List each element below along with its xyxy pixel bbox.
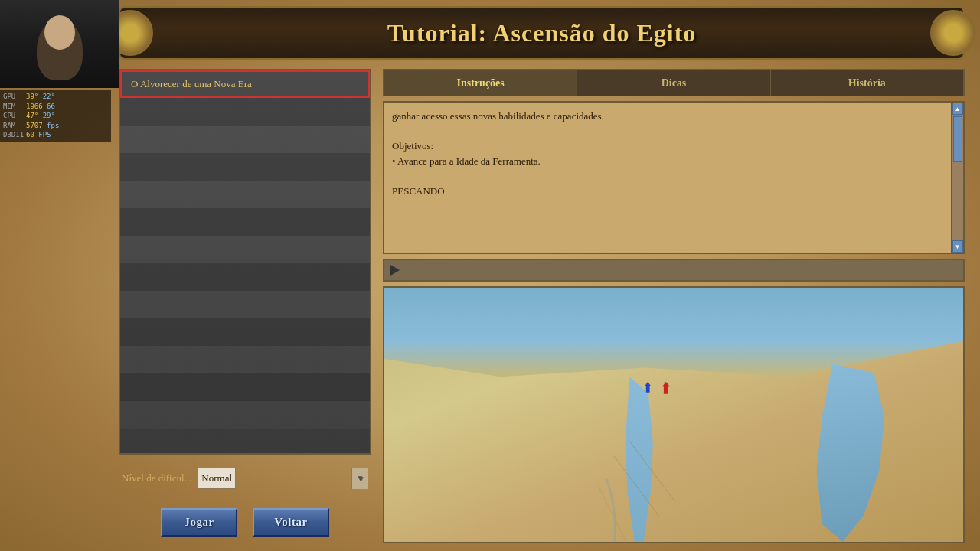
hud-label-cpu: CPU	[3, 111, 24, 121]
play-bar	[383, 259, 965, 282]
hud-label-gpu: GPU	[3, 92, 24, 102]
mission-item-label-3	[129, 133, 132, 145]
tab-historia[interactable]: História	[771, 70, 963, 96]
tab-instrucoes[interactable]: Instruções	[384, 70, 577, 96]
hud-row-cpu: CPU 47° 29°	[3, 111, 108, 121]
webcam-overlay	[0, 0, 119, 88]
content-line1: ganhar acesso essas novas habilidades e …	[392, 109, 943, 124]
tab-instrucoes-label: Instruções	[457, 77, 505, 90]
difficulty-label: Nível de dificul...	[122, 472, 191, 484]
dropdown-arrow-icon: ▼	[351, 468, 368, 489]
mission-list: O Alvorecer de uma Nova Era	[119, 69, 371, 455]
mission-item-13[interactable]	[120, 401, 370, 429]
hud-row-ram: RAM 5707 fps	[3, 121, 108, 131]
mission-item-label-5	[129, 188, 132, 201]
hud-label-mem: MEM	[3, 102, 24, 112]
mission-item-1[interactable]: O Alvorecer de uma Nova Era	[120, 70, 370, 98]
mission-item-label-9	[129, 298, 132, 311]
scrollbar: ▲ ▼	[951, 103, 963, 253]
mission-item-10[interactable]	[120, 318, 370, 346]
hud-val-cpu1: 47° 29°	[26, 111, 55, 121]
hud-stats: GPU 39° 22° MEM 1966 66 CPU 47° 29° RAM …	[0, 90, 111, 142]
tab-dicas[interactable]: Dicas	[577, 70, 770, 96]
mission-item-9[interactable]	[120, 291, 370, 318]
mission-item-label-13	[129, 409, 132, 421]
right-panel: Instruções Dicas História ganhar acesso …	[383, 69, 965, 543]
hud-row-mem: MEM 1966 66	[3, 102, 108, 112]
tabs-bar: Instruções Dicas História	[383, 69, 965, 96]
scrollbar-up-button[interactable]: ▲	[952, 103, 963, 115]
hud-val-gpu1: 39° 22°	[26, 92, 55, 102]
mission-item-7[interactable]	[120, 236, 370, 263]
svg-line-0	[629, 441, 675, 502]
hud-row-d3d: D3D11 60 FPS	[3, 130, 108, 140]
svg-line-1	[614, 456, 660, 517]
svg-line-2	[599, 487, 645, 542]
tab-historia-label: História	[848, 77, 886, 90]
difficulty-select-wrapper: Fácil Normal Difícil ▼	[198, 468, 368, 489]
mission-item-label-10	[129, 326, 132, 338]
scrollbar-down-button[interactable]: ▼	[952, 240, 963, 253]
play-button[interactable]: Jogar	[161, 508, 237, 537]
webcam-person	[0, 0, 119, 88]
mission-item-label-8	[129, 271, 132, 283]
difficulty-select[interactable]: Fácil Normal Difícil	[198, 468, 236, 489]
mission-item-12[interactable]	[120, 373, 370, 401]
mission-item-label-7	[129, 243, 132, 256]
main-layout: O Alvorecer de uma Nova Era Nível de dif…	[119, 69, 965, 543]
hud-label-ram: RAM	[3, 121, 24, 131]
mission-item-label-4	[129, 161, 132, 173]
hud-val-mem1: 1966 66	[26, 102, 55, 112]
hud-row-gpu: GPU 39° 22°	[3, 92, 108, 102]
mission-item-label-6	[129, 216, 132, 228]
map-area	[383, 286, 965, 543]
page-title: Tutorial: Ascensão do Egito	[387, 19, 697, 47]
play-icon[interactable]	[390, 265, 400, 276]
mission-item-label-12	[129, 381, 132, 393]
mission-item-label-1: O Alvorecer de uma Nova Era	[131, 78, 252, 90]
content-area: ganhar acesso essas novas habilidades e …	[383, 101, 965, 254]
content-objective1: • Avance para a Idade da Ferramenta.	[392, 154, 943, 169]
mission-item-label-2	[129, 106, 132, 118]
map-canvas	[384, 288, 963, 542]
title-bar: Tutorial: Ascensão do Egito	[119, 6, 965, 60]
mission-item-6[interactable]	[120, 208, 370, 236]
map-lines-svg	[384, 288, 963, 542]
back-button[interactable]: Voltar	[253, 508, 329, 537]
tab-dicas-label: Dicas	[662, 77, 687, 90]
mission-item-3[interactable]	[120, 126, 370, 153]
content-objectives-header: Objetivos:	[392, 139, 943, 154]
mission-item-2[interactable]	[120, 98, 370, 126]
scrollbar-thumb[interactable]	[953, 116, 962, 162]
mission-item-4[interactable]	[120, 153, 370, 181]
mission-item-11[interactable]	[120, 346, 370, 373]
title-ornament-right	[930, 10, 976, 56]
mission-item-8[interactable]	[120, 263, 370, 291]
hud-val-d3d1: 60 FPS	[26, 130, 53, 140]
content-section: PESCANDO	[392, 184, 943, 199]
buttons-row: Jogar Voltar	[119, 501, 371, 543]
left-panel: O Alvorecer de uma Nova Era Nível de dif…	[119, 69, 371, 543]
hud-val-ram1: 5707 fps	[26, 121, 59, 131]
mission-item-label-11	[129, 354, 132, 366]
mission-item-5[interactable]	[120, 181, 370, 208]
content-text: ganhar acesso essas novas habilidades e …	[384, 103, 951, 253]
hud-label-d3d: D3D11	[3, 130, 24, 140]
difficulty-row: Nível de dificul... Fácil Normal Difícil…	[119, 461, 371, 495]
